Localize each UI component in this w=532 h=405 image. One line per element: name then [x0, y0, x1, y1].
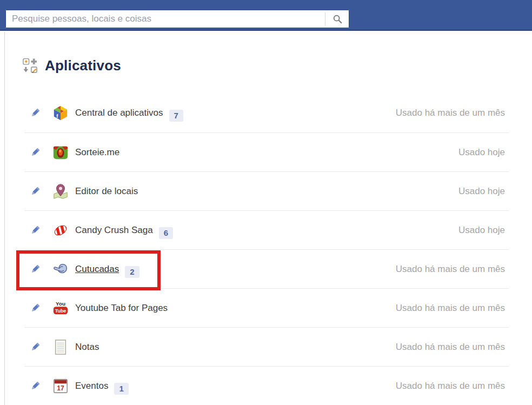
app-row: f Central de aplicativos 7 Usado há mais… — [24, 94, 509, 132]
page-title: Aplicativos — [45, 57, 121, 74]
map-pin-icon — [52, 183, 69, 200]
page-header: Aplicativos — [23, 57, 121, 74]
app-row: Editor de locais Usado hoje — [24, 171, 509, 210]
svg-text:You: You — [56, 301, 65, 307]
notification-count-badge: 2 — [125, 266, 139, 278]
pencil-icon[interactable] — [30, 147, 41, 158]
app-list: f Central de aplicativos 7 Usado há mais… — [24, 94, 509, 405]
last-used-label: Usado há mais de um mês — [396, 381, 509, 391]
candy-icon — [52, 222, 69, 238]
app-center-icon: f — [52, 105, 69, 121]
poke-hand-icon — [52, 261, 69, 277]
svg-text:Tube: Tube — [55, 308, 66, 313]
pencil-icon[interactable] — [30, 342, 41, 353]
search-bar — [5, 10, 349, 28]
search-input[interactable] — [5, 10, 325, 28]
top-navbar — [0, 0, 532, 31]
app-name-link[interactable]: Eventos — [75, 381, 108, 391]
youtube-icon: YouTube — [52, 300, 69, 316]
page-left-border — [4, 32, 5, 405]
pencil-icon[interactable] — [30, 225, 41, 236]
app-row: YouTube Youtube Tab for Pages Usado há m… — [24, 288, 509, 327]
gift-icon — [52, 144, 69, 161]
app-name-link[interactable]: Central de aplicativos — [75, 108, 163, 118]
svg-text:17: 17 — [57, 384, 64, 391]
pencil-icon[interactable] — [30, 108, 41, 118]
app-name-link[interactable]: Editor de locais — [75, 186, 138, 197]
calendar-icon: 17 — [52, 378, 69, 394]
app-row: Candy Crush Saga 6 Usado hoje — [24, 210, 509, 249]
app-name-link[interactable]: Notas — [75, 342, 99, 353]
notification-count-badge: 7 — [169, 110, 183, 122]
app-row: Notas Usado há mais de um mês — [24, 327, 509, 366]
last-used-label: Usado há mais de um mês — [396, 264, 509, 275]
app-row: 17 Eventos 1 Usado há mais de um mês — [24, 366, 509, 405]
last-used-label: Usado hoje — [458, 186, 509, 197]
last-used-label: Usado hoje — [458, 225, 509, 236]
last-used-label: Usado hoje — [458, 147, 509, 158]
notification-count-badge: 6 — [159, 227, 173, 239]
notification-count-badge: 1 — [114, 383, 128, 395]
last-used-label: Usado há mais de um mês — [396, 303, 509, 314]
app-row: Sorteie.me Usado hoje — [24, 132, 509, 171]
search-icon[interactable] — [325, 10, 349, 28]
app-name-link[interactable]: Youtube Tab for Pages — [75, 303, 168, 314]
app-name-link[interactable]: Sorteie.me — [75, 147, 119, 158]
last-used-label: Usado há mais de um mês — [396, 108, 509, 118]
pencil-icon[interactable] — [30, 264, 41, 275]
apps-grid-icon — [23, 58, 37, 74]
pencil-icon[interactable] — [30, 381, 41, 391]
note-icon — [52, 339, 69, 355]
app-row: Cutucadas 2 Usado há mais de um mês — [24, 249, 509, 288]
app-name-link[interactable]: Candy Crush Saga — [75, 225, 153, 236]
app-name-link[interactable]: Cutucadas — [75, 264, 119, 275]
pencil-icon[interactable] — [30, 303, 41, 314]
pencil-icon[interactable] — [30, 186, 41, 197]
last-used-label: Usado há mais de um mês — [396, 342, 509, 353]
